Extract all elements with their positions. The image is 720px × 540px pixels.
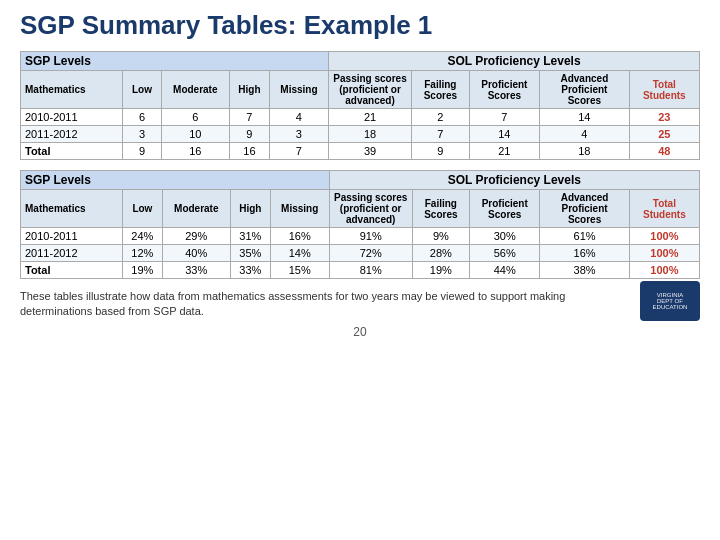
cell-proficient: 21: [469, 143, 539, 160]
cell-passing: 18: [328, 126, 411, 143]
col-low-1: Low: [123, 71, 161, 109]
page-title: SGP Summary Tables: Example 1: [20, 10, 700, 41]
cell-proficient: 7: [469, 109, 539, 126]
cell-total: 100%: [629, 262, 699, 279]
cell-missing: 3: [269, 126, 328, 143]
table-row: Total 19% 33% 33% 15% 81% 19% 44% 38% 10…: [21, 262, 700, 279]
page-number: 20: [20, 325, 700, 339]
cell-label: Total: [21, 262, 123, 279]
cell-missing: 7: [269, 143, 328, 160]
col-missing-2: Missing: [270, 190, 329, 228]
cell-missing: 16%: [270, 228, 329, 245]
col-advproficient-2: Advanced Proficient Scores: [540, 190, 629, 228]
table-counts: SGP Levels SOL Proficiency Levels Mathem…: [20, 51, 700, 160]
cell-failing: 2: [412, 109, 470, 126]
col-low-2: Low: [123, 190, 163, 228]
cell-label: 2010-2011: [21, 109, 123, 126]
col-passing-1: Passing scores (proficient or advanced): [328, 71, 411, 109]
cell-label: 2011-2012: [21, 126, 123, 143]
cell-high: 31%: [230, 228, 270, 245]
cell-low: 24%: [123, 228, 163, 245]
cell-moderate: 29%: [162, 228, 230, 245]
table-section-2: SGP Levels SOL Proficiency Levels Mathem…: [20, 170, 700, 279]
col-math-2: Mathematics: [21, 190, 123, 228]
cell-advproficient: 38%: [540, 262, 629, 279]
col-high-2: High: [230, 190, 270, 228]
cell-missing: 14%: [270, 245, 329, 262]
cell-high: 35%: [230, 245, 270, 262]
col-passing-2: Passing scores (proficient or advanced): [329, 190, 412, 228]
cell-proficient: 14: [469, 126, 539, 143]
sol-header-1: SOL Proficiency Levels: [328, 52, 699, 71]
cell-total: 48: [629, 143, 699, 160]
cell-low: 19%: [123, 262, 163, 279]
col-missing-1: Missing: [269, 71, 328, 109]
footer-text: These tables illustrate how data from ma…: [20, 289, 700, 320]
cell-proficient: 56%: [470, 245, 540, 262]
cell-high: 33%: [230, 262, 270, 279]
cell-failing: 9: [412, 143, 470, 160]
table-row: 2011-2012 12% 40% 35% 14% 72% 28% 56% 16…: [21, 245, 700, 262]
cell-passing: 81%: [329, 262, 412, 279]
col-advproficient-1: Advanced Proficient Scores: [540, 71, 630, 109]
col-math-1: Mathematics: [21, 71, 123, 109]
footer-area: VIRGINIADEPT OFEDUCATION These tables il…: [20, 289, 700, 321]
col-moderate-1: Moderate: [161, 71, 229, 109]
cell-missing: 4: [269, 109, 328, 126]
col-total-2: Total Students: [629, 190, 699, 228]
cell-passing: 21: [328, 109, 411, 126]
sgp-header-2: SGP Levels: [21, 171, 330, 190]
cell-low: 9: [123, 143, 161, 160]
table-section-1: SGP Levels SOL Proficiency Levels Mathem…: [20, 51, 700, 160]
table-row: 2010-2011 6 6 7 4 21 2 7 14 23: [21, 109, 700, 126]
col-total-1: Total Students: [629, 71, 699, 109]
cell-passing: 91%: [329, 228, 412, 245]
cell-advproficient: 14: [540, 109, 630, 126]
cell-total: 100%: [629, 245, 699, 262]
col-moderate-2: Moderate: [162, 190, 230, 228]
cell-low: 12%: [123, 245, 163, 262]
col-failing-1: Failing Scores: [412, 71, 470, 109]
cell-failing: 9%: [412, 228, 469, 245]
cell-moderate: 33%: [162, 262, 230, 279]
cell-advproficient: 18: [540, 143, 630, 160]
table-percentages: SGP Levels SOL Proficiency Levels Mathem…: [20, 170, 700, 279]
col-failing-2: Failing Scores: [412, 190, 469, 228]
cell-moderate: 40%: [162, 245, 230, 262]
cell-missing: 15%: [270, 262, 329, 279]
cell-advproficient: 16%: [540, 245, 629, 262]
col-proficient-2: Proficient Scores: [470, 190, 540, 228]
cell-low: 3: [123, 126, 161, 143]
table-row: Total 9 16 16 7 39 9 21 18 48: [21, 143, 700, 160]
cell-moderate: 6: [161, 109, 229, 126]
cell-passing: 72%: [329, 245, 412, 262]
cell-passing: 39: [328, 143, 411, 160]
cell-advproficient: 4: [540, 126, 630, 143]
cell-moderate: 10: [161, 126, 229, 143]
cell-failing: 7: [412, 126, 470, 143]
cell-high: 9: [229, 126, 269, 143]
table-row: 2010-2011 24% 29% 31% 16% 91% 9% 30% 61%…: [21, 228, 700, 245]
sgp-header-1: SGP Levels: [21, 52, 329, 71]
cell-proficient: 30%: [470, 228, 540, 245]
table-row: 2011-2012 3 10 9 3 18 7 14 4 25: [21, 126, 700, 143]
cell-total: 25: [629, 126, 699, 143]
cell-high: 7: [229, 109, 269, 126]
cell-total: 23: [629, 109, 699, 126]
cell-total: 100%: [629, 228, 699, 245]
cell-high: 16: [229, 143, 269, 160]
sol-header-2: SOL Proficiency Levels: [329, 171, 699, 190]
cell-label: Total: [21, 143, 123, 160]
cell-proficient: 44%: [470, 262, 540, 279]
col-high-1: High: [229, 71, 269, 109]
logo: VIRGINIADEPT OFEDUCATION: [640, 281, 700, 321]
cell-label: 2010-2011: [21, 228, 123, 245]
cell-failing: 19%: [412, 262, 469, 279]
col-proficient-1: Proficient Scores: [469, 71, 539, 109]
cell-label: 2011-2012: [21, 245, 123, 262]
cell-failing: 28%: [412, 245, 469, 262]
cell-moderate: 16: [161, 143, 229, 160]
cell-advproficient: 61%: [540, 228, 629, 245]
cell-low: 6: [123, 109, 161, 126]
